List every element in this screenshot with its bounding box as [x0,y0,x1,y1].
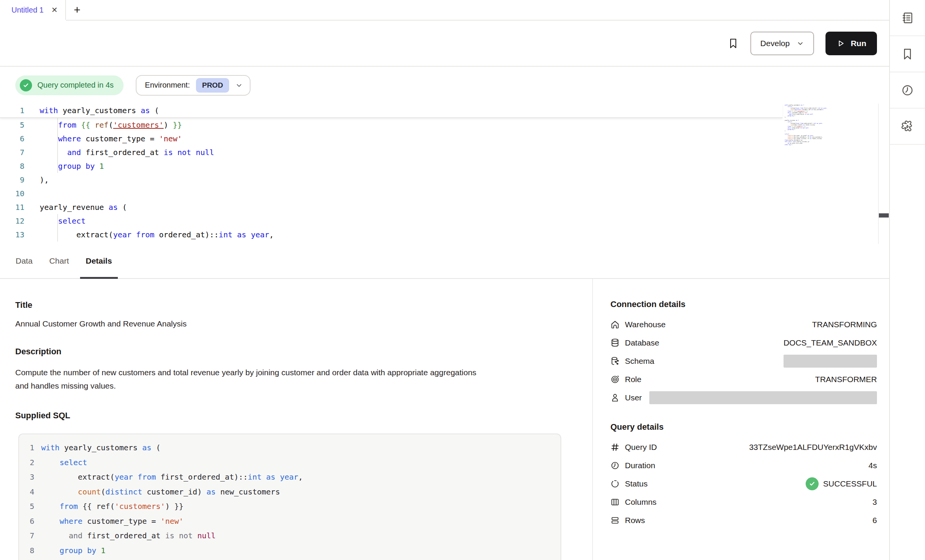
description-heading: Description [15,347,562,357]
check-circle-icon [20,79,32,91]
main-area: Untitled 1 ✕ + Develop Run Query complet… [0,0,889,560]
rail-button-history-clock[interactable] [890,72,925,109]
schema-icon [610,357,620,366]
editor-code-line: where customer_type = 'new' [31,134,182,143]
detail-value: TRANSFORMER [815,375,877,384]
warehouse-icon [610,320,620,329]
rail-button-bookmark[interactable] [890,36,925,72]
editor-code-line: yearly_revenue as ( [31,203,127,212]
editor-code-line: group by 1 [31,162,104,171]
detail-value: 4s [869,461,877,470]
environment-selector[interactable]: Environment: PROD [136,75,251,96]
editor-code-line: ), [31,175,49,184]
editor-minimap[interactable]: with yearly_customers as ( select extrac… [785,104,833,147]
status-success-badge: SUCCESSFUL [806,477,877,490]
develop-dropdown[interactable]: Develop [750,32,814,55]
role-row: RoleTRANSFORMER [610,370,877,389]
sql-editor[interactable]: 1 with yearly_customers as ( 5 from {{ r… [0,104,889,244]
run-button[interactable]: Run [825,32,877,55]
code-line: and first_ordered_at is not null [41,528,216,543]
code-line: select [41,455,87,470]
detail-label: Query ID [625,443,657,452]
new-tab-button[interactable]: + [66,0,88,20]
code-line: from {{ ref('customers') }} [41,499,183,514]
title-value: Annual Customer Growth and Revenue Analy… [15,319,562,328]
supplied-sql-line: 3 extract(year from first_ordered_at)::i… [24,470,560,485]
editor-code-line: select [31,216,85,226]
hash-icon [610,443,620,452]
check-circle-icon [806,477,819,490]
line-number: 2 [24,455,41,470]
details-panel: Title Annual Customer Growth and Revenue… [0,279,889,560]
editor-line: 5 from {{ ref('customers') }} [0,118,889,132]
detail-label: Role [625,375,641,384]
line-number: 3 [24,470,41,485]
compass-star-icon [901,120,914,133]
user-icon [610,393,620,402]
supplied-sql-heading: Supplied SQL [15,411,562,421]
editor-sticky-line: 1 with yearly_customers as ( [0,104,782,118]
tab-data[interactable]: Data [10,244,38,278]
editor-line: 9), [0,173,889,187]
code-line: group by 1 [41,543,106,558]
tab-details[interactable]: Details [80,244,118,278]
database-row: DatabaseDOCS_TEAM_SANDBOX [610,334,877,352]
line-number: 5 [0,120,31,130]
supplied-sql-block: 1with yearly_customers as (2 select3 ext… [18,434,561,560]
notebook-icon [901,11,914,24]
supplied-sql-line: 6 where customer_type = 'new' [24,514,560,529]
line-number: 8 [24,543,41,558]
supplied-sql-line: 5 from {{ ref('customers') }} [24,499,560,514]
editor-line: 10 [0,187,889,200]
editor-line: 11yearly_revenue as ( [0,200,889,214]
connection-details-heading: Connection details [610,299,877,309]
detail-label: Status [625,479,648,488]
redacted-value [784,355,877,368]
detail-value: TRANSFORMING [812,320,877,329]
detail-value: 33TZseWpe1ALFDUYerxR1gVKxbv [749,443,877,452]
editor-code-line: and first_ordered_at is not null [31,148,214,157]
rail-button-compass-star[interactable] [890,109,925,145]
warehouse-row: WarehouseTRANSFORMING [610,315,877,334]
query-status-badge: Query completed in 4s [15,75,124,95]
editor-line: 7 and first_ordered_at is not null [0,146,889,159]
develop-label: Develop [760,39,790,48]
rows-icon [610,516,620,525]
line-number: 10 [0,189,31,198]
code-line: ), [41,558,50,560]
supplied-sql-line: 8 group by 1 [24,543,560,558]
detail-label: Warehouse [625,320,666,329]
editor-line: 13 extract(year from ordered_at)::int as… [0,228,889,242]
environment-label: Environment: [145,81,190,90]
editor-code-line: with yearly_customers as ( [31,106,159,115]
close-icon[interactable]: ✕ [51,6,58,14]
detail-label: Columns [625,498,657,507]
user-row: User [610,389,877,407]
detail-label: User [625,393,642,402]
description-value: Compute the number of new customers and … [15,366,488,392]
editor-line: 6 where customer_type = 'new' [0,132,889,146]
chevron-down-icon [235,82,243,89]
detail-label: Duration [625,461,655,470]
editor-code-line: from {{ ref('customers') }} [31,120,182,130]
role-icon [610,375,620,384]
editor-line: 12 select [0,214,889,228]
duration-row: Duration4s [610,456,877,475]
editor-line: 8 group by 1 [0,159,889,173]
bookmark-button[interactable] [727,38,739,49]
detail-value: SUCCESSFUL [823,479,877,488]
editor-scrollbar-thumb[interactable] [879,213,889,218]
minimap-code: with yearly_customers as ( select extrac… [785,104,832,146]
editor-scrollbar-track [878,104,879,244]
plus-icon: + [74,3,81,16]
line-number: 12 [0,216,31,226]
query-status-text: Query completed in 4s [37,81,114,90]
tab-chart[interactable]: Chart [43,244,74,278]
schema-row: Schema [610,352,877,370]
toolbar: Develop Run [0,21,889,67]
tab-untitled-1[interactable]: Untitled 1 ✕ [0,0,66,20]
supplied-sql-line: 7 and first_ordered_at is not null [24,528,560,543]
detail-value: 3 [872,498,877,507]
line-number: 6 [0,134,31,143]
rail-button-notebook[interactable] [890,0,925,36]
